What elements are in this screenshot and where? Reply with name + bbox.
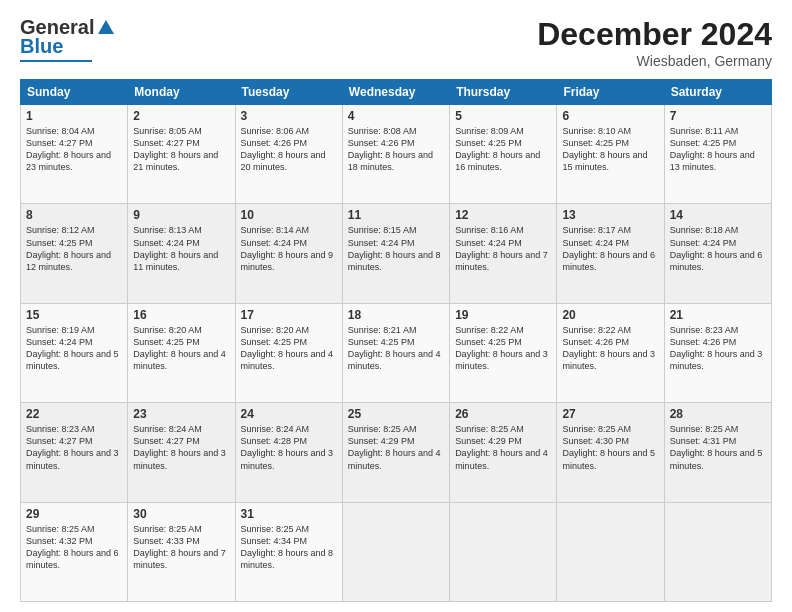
- day-number: 30: [133, 507, 229, 521]
- header-row: Sunday Monday Tuesday Wednesday Thursday…: [21, 80, 772, 105]
- day-cell: 16 Sunrise: 8:20 AM Sunset: 4:25 PM Dayl…: [128, 303, 235, 402]
- day-content: Sunrise: 8:08 AM Sunset: 4:26 PM Dayligh…: [348, 125, 444, 174]
- day-number: 3: [241, 109, 337, 123]
- day-cell: 22 Sunrise: 8:23 AM Sunset: 4:27 PM Dayl…: [21, 403, 128, 502]
- day-number: 12: [455, 208, 551, 222]
- day-number: 16: [133, 308, 229, 322]
- day-number: 18: [348, 308, 444, 322]
- day-number: 1: [26, 109, 122, 123]
- day-content: Sunrise: 8:06 AM Sunset: 4:26 PM Dayligh…: [241, 125, 337, 174]
- day-content: Sunrise: 8:12 AM Sunset: 4:25 PM Dayligh…: [26, 224, 122, 273]
- day-content: Sunrise: 8:20 AM Sunset: 4:25 PM Dayligh…: [241, 324, 337, 373]
- day-cell: 4 Sunrise: 8:08 AM Sunset: 4:26 PM Dayli…: [342, 105, 449, 204]
- day-cell: [342, 502, 449, 601]
- month-title: December 2024: [537, 16, 772, 53]
- day-cell: 2 Sunrise: 8:05 AM Sunset: 4:27 PM Dayli…: [128, 105, 235, 204]
- day-number: 6: [562, 109, 658, 123]
- day-content: Sunrise: 8:22 AM Sunset: 4:26 PM Dayligh…: [562, 324, 658, 373]
- day-cell: 7 Sunrise: 8:11 AM Sunset: 4:25 PM Dayli…: [664, 105, 771, 204]
- day-content: Sunrise: 8:15 AM Sunset: 4:24 PM Dayligh…: [348, 224, 444, 273]
- day-number: 21: [670, 308, 766, 322]
- day-number: 4: [348, 109, 444, 123]
- day-content: Sunrise: 8:14 AM Sunset: 4:24 PM Dayligh…: [241, 224, 337, 273]
- day-cell: 8 Sunrise: 8:12 AM Sunset: 4:25 PM Dayli…: [21, 204, 128, 303]
- logo-underline: [20, 60, 92, 62]
- day-cell: 13 Sunrise: 8:17 AM Sunset: 4:24 PM Dayl…: [557, 204, 664, 303]
- day-content: Sunrise: 8:10 AM Sunset: 4:25 PM Dayligh…: [562, 125, 658, 174]
- day-content: Sunrise: 8:24 AM Sunset: 4:27 PM Dayligh…: [133, 423, 229, 472]
- day-number: 27: [562, 407, 658, 421]
- day-cell: 24 Sunrise: 8:24 AM Sunset: 4:28 PM Dayl…: [235, 403, 342, 502]
- day-content: Sunrise: 8:25 AM Sunset: 4:31 PM Dayligh…: [670, 423, 766, 472]
- header: General Blue December 2024 Wiesbaden, Ge…: [20, 16, 772, 69]
- day-content: Sunrise: 8:25 AM Sunset: 4:29 PM Dayligh…: [348, 423, 444, 472]
- week-row-3: 15 Sunrise: 8:19 AM Sunset: 4:24 PM Dayl…: [21, 303, 772, 402]
- day-number: 10: [241, 208, 337, 222]
- day-cell: [557, 502, 664, 601]
- day-number: 13: [562, 208, 658, 222]
- svg-marker-0: [98, 20, 114, 34]
- day-cell: 11 Sunrise: 8:15 AM Sunset: 4:24 PM Dayl…: [342, 204, 449, 303]
- day-number: 2: [133, 109, 229, 123]
- day-number: 15: [26, 308, 122, 322]
- day-cell: 9 Sunrise: 8:13 AM Sunset: 4:24 PM Dayli…: [128, 204, 235, 303]
- day-number: 5: [455, 109, 551, 123]
- day-number: 29: [26, 507, 122, 521]
- day-number: 9: [133, 208, 229, 222]
- day-content: Sunrise: 8:16 AM Sunset: 4:24 PM Dayligh…: [455, 224, 551, 273]
- page: General Blue December 2024 Wiesbaden, Ge…: [0, 0, 792, 612]
- day-content: Sunrise: 8:23 AM Sunset: 4:27 PM Dayligh…: [26, 423, 122, 472]
- day-cell: 10 Sunrise: 8:14 AM Sunset: 4:24 PM Dayl…: [235, 204, 342, 303]
- day-content: Sunrise: 8:25 AM Sunset: 4:30 PM Dayligh…: [562, 423, 658, 472]
- day-number: 14: [670, 208, 766, 222]
- col-saturday: Saturday: [664, 80, 771, 105]
- day-cell: 21 Sunrise: 8:23 AM Sunset: 4:26 PM Dayl…: [664, 303, 771, 402]
- day-number: 25: [348, 407, 444, 421]
- day-cell: 1 Sunrise: 8:04 AM Sunset: 4:27 PM Dayli…: [21, 105, 128, 204]
- day-content: Sunrise: 8:17 AM Sunset: 4:24 PM Dayligh…: [562, 224, 658, 273]
- day-cell: 20 Sunrise: 8:22 AM Sunset: 4:26 PM Dayl…: [557, 303, 664, 402]
- day-content: Sunrise: 8:21 AM Sunset: 4:25 PM Dayligh…: [348, 324, 444, 373]
- day-cell: 6 Sunrise: 8:10 AM Sunset: 4:25 PM Dayli…: [557, 105, 664, 204]
- day-number: 11: [348, 208, 444, 222]
- day-content: Sunrise: 8:25 AM Sunset: 4:32 PM Dayligh…: [26, 523, 122, 572]
- day-number: 19: [455, 308, 551, 322]
- day-number: 7: [670, 109, 766, 123]
- day-content: Sunrise: 8:25 AM Sunset: 4:34 PM Dayligh…: [241, 523, 337, 572]
- day-cell: 28 Sunrise: 8:25 AM Sunset: 4:31 PM Dayl…: [664, 403, 771, 502]
- day-content: Sunrise: 8:24 AM Sunset: 4:28 PM Dayligh…: [241, 423, 337, 472]
- day-content: Sunrise: 8:13 AM Sunset: 4:24 PM Dayligh…: [133, 224, 229, 273]
- col-tuesday: Tuesday: [235, 80, 342, 105]
- day-number: 8: [26, 208, 122, 222]
- day-cell: 18 Sunrise: 8:21 AM Sunset: 4:25 PM Dayl…: [342, 303, 449, 402]
- title-section: December 2024 Wiesbaden, Germany: [537, 16, 772, 69]
- logo-icon: [96, 18, 116, 38]
- day-cell: 29 Sunrise: 8:25 AM Sunset: 4:32 PM Dayl…: [21, 502, 128, 601]
- day-cell: 27 Sunrise: 8:25 AM Sunset: 4:30 PM Dayl…: [557, 403, 664, 502]
- day-content: Sunrise: 8:11 AM Sunset: 4:25 PM Dayligh…: [670, 125, 766, 174]
- week-row-5: 29 Sunrise: 8:25 AM Sunset: 4:32 PM Dayl…: [21, 502, 772, 601]
- col-thursday: Thursday: [450, 80, 557, 105]
- day-number: 17: [241, 308, 337, 322]
- day-cell: 14 Sunrise: 8:18 AM Sunset: 4:24 PM Dayl…: [664, 204, 771, 303]
- location: Wiesbaden, Germany: [537, 53, 772, 69]
- day-cell: 12 Sunrise: 8:16 AM Sunset: 4:24 PM Dayl…: [450, 204, 557, 303]
- col-sunday: Sunday: [21, 80, 128, 105]
- day-number: 26: [455, 407, 551, 421]
- day-content: Sunrise: 8:25 AM Sunset: 4:33 PM Dayligh…: [133, 523, 229, 572]
- day-cell: 30 Sunrise: 8:25 AM Sunset: 4:33 PM Dayl…: [128, 502, 235, 601]
- day-cell: 26 Sunrise: 8:25 AM Sunset: 4:29 PM Dayl…: [450, 403, 557, 502]
- day-number: 31: [241, 507, 337, 521]
- week-row-2: 8 Sunrise: 8:12 AM Sunset: 4:25 PM Dayli…: [21, 204, 772, 303]
- day-cell: 3 Sunrise: 8:06 AM Sunset: 4:26 PM Dayli…: [235, 105, 342, 204]
- day-content: Sunrise: 8:05 AM Sunset: 4:27 PM Dayligh…: [133, 125, 229, 174]
- day-number: 22: [26, 407, 122, 421]
- day-cell: 5 Sunrise: 8:09 AM Sunset: 4:25 PM Dayli…: [450, 105, 557, 204]
- day-content: Sunrise: 8:19 AM Sunset: 4:24 PM Dayligh…: [26, 324, 122, 373]
- day-content: Sunrise: 8:20 AM Sunset: 4:25 PM Dayligh…: [133, 324, 229, 373]
- day-content: Sunrise: 8:25 AM Sunset: 4:29 PM Dayligh…: [455, 423, 551, 472]
- day-content: Sunrise: 8:09 AM Sunset: 4:25 PM Dayligh…: [455, 125, 551, 174]
- week-row-1: 1 Sunrise: 8:04 AM Sunset: 4:27 PM Dayli…: [21, 105, 772, 204]
- col-wednesday: Wednesday: [342, 80, 449, 105]
- day-cell: 17 Sunrise: 8:20 AM Sunset: 4:25 PM Dayl…: [235, 303, 342, 402]
